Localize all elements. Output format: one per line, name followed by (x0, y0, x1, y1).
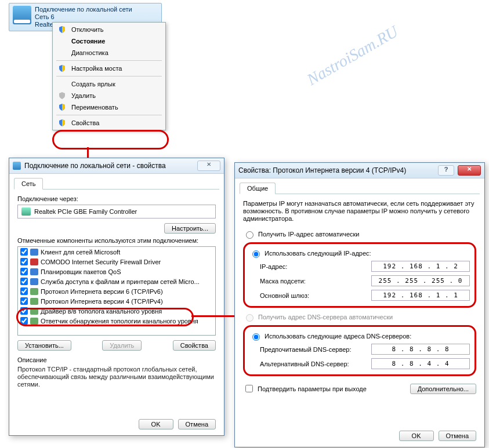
tcpip4-properties-dialog: Свойства: Протокол Интернета версии 4 (T… (234, 162, 485, 447)
tab-general[interactable]: Общие (240, 183, 276, 194)
ip-input[interactable]: 192 . 168 . 1 . 2 (371, 261, 470, 272)
list-item-tcpip4[interactable]: Протокол Интернета версии 4 (TCP/IPv4) (18, 296, 215, 306)
adapter-field[interactable]: Realtek PCIe GBE Family Controller (17, 205, 216, 218)
cancel-button[interactable]: Отмена (439, 431, 476, 441)
ctx-rename-label: Переименовать (71, 104, 118, 111)
components-label: Отмеченные компоненты используются этим … (17, 237, 216, 244)
description-title: Описание (17, 356, 216, 363)
properties-button[interactable]: Свойства (173, 340, 216, 351)
highlight-ring (52, 130, 169, 150)
checkbox[interactable] (20, 317, 28, 325)
network-icon (13, 162, 21, 170)
radio-label: Получить IP-адрес автоматически (258, 231, 359, 238)
radio-use-dns[interactable]: Использовать следующие адреса DNS-сервер… (249, 330, 470, 342)
close-button[interactable]: ✕ (197, 161, 220, 171)
radio[interactable] (252, 333, 260, 341)
separator (56, 115, 162, 115)
checkbox[interactable] (20, 287, 28, 295)
component-icon (30, 278, 38, 285)
list-item-label: Служба доступа к файлам и принтерам сете… (41, 278, 200, 285)
checkbox[interactable] (20, 278, 28, 285)
component-icon (30, 298, 38, 305)
list-item-label: Ответчик обнаружения топологии канальног… (41, 318, 198, 325)
ctx-diag-label: Диагностика (71, 49, 108, 56)
checkbox[interactable] (20, 248, 28, 256)
dns2-label: Альтернативный DNS-сервер: (260, 360, 349, 367)
shield-icon (59, 92, 66, 99)
list-item-label: Протокол Интернета версии 6 (TCP/IPv6) (41, 288, 163, 295)
list-item[interactable]: Клиент для сетей Microsoft (18, 247, 215, 257)
component-icon (30, 318, 38, 325)
network-tile-title: Подключение по локальной сети (35, 6, 137, 13)
ctx-disable[interactable]: Отключить (54, 24, 164, 35)
radio[interactable] (246, 231, 253, 239)
ctx-delete[interactable]: Удалить (54, 90, 164, 101)
dialog-titlebar: Свойства: Протокол Интернета версии 4 (T… (235, 163, 484, 179)
highlight-frame-ip: Использовать следующий IP-адрес: IP-адре… (243, 242, 476, 308)
dialog-title: Подключение по локальной сети - свойства (24, 162, 194, 170)
mask-input[interactable]: 255 . 255 . 255 . 0 (371, 275, 470, 286)
radio-label: Использовать следующий IP-адрес: (265, 250, 371, 257)
list-item[interactable]: COMODO Internet Security Firewall Driver (18, 257, 215, 267)
ok-button[interactable]: OK (399, 431, 434, 441)
list-item-label: Планировщик пакетов QoS (41, 268, 121, 275)
ctx-rename[interactable]: Переименовать (54, 101, 164, 113)
mask-label: Маска подсети: (260, 278, 306, 285)
separator (56, 76, 162, 77)
dns1-label: Предпочитаемый DNS-сервер: (260, 346, 351, 353)
radio-label: Использовать следующие адреса DNS-сервер… (265, 333, 411, 340)
radio[interactable] (252, 250, 260, 258)
shield-icon (59, 119, 66, 126)
gateway-input[interactable]: 192 . 168 . 1 . 1 (371, 290, 470, 301)
ctx-state[interactable]: Состояние (54, 35, 164, 47)
component-list[interactable]: Клиент для сетей Microsoft COMODO Intern… (17, 246, 216, 336)
validate-label: Подтвердить параметры при выходе (258, 385, 367, 392)
checkbox[interactable] (20, 307, 28, 315)
remove-button[interactable]: Удалить (102, 340, 142, 351)
ctx-shortcut[interactable]: Создать ярлык (54, 78, 164, 90)
radio-auto-dns: Получить адрес DNS-сервера автоматически (243, 311, 476, 323)
component-icon (30, 288, 38, 295)
description-text: Протокол TCP/IP - стандартный протокол г… (17, 366, 216, 388)
component-icon (30, 268, 38, 275)
dns2-input[interactable]: 8 . 8 . 4 . 4 (371, 358, 470, 369)
component-icon (30, 308, 38, 315)
dns1-input[interactable]: 8 . 8 . 8 . 8 (371, 344, 470, 355)
checkbox[interactable] (20, 297, 28, 305)
advanced-button[interactable]: Дополнительно... (410, 384, 476, 394)
tabstrip: Сеть (14, 177, 219, 190)
ip-label: IP-адрес: (260, 263, 287, 270)
intro-text: Параметры IP могут назначаться автоматич… (243, 200, 476, 223)
help-button[interactable]: ? (438, 165, 454, 176)
cancel-button[interactable]: Отмена (178, 419, 216, 429)
list-item[interactable]: Протокол Интернета версии 6 (TCP/IPv6) (18, 286, 215, 296)
ctx-bridge[interactable]: Настройка моста (54, 63, 164, 74)
list-item[interactable]: Служба доступа к файлам и принтерам сете… (18, 276, 215, 286)
connect-using-label: Подключение через: (17, 195, 216, 202)
adapter-name: Realtek PCIe GBE Family Controller (34, 208, 137, 215)
checkbox[interactable] (20, 268, 28, 275)
highlight-frame-dns: Использовать следующие адреса DNS-сервер… (243, 325, 476, 376)
list-item[interactable]: Планировщик пакетов QoS (18, 267, 215, 276)
checkbox[interactable] (20, 258, 28, 265)
ctx-diag[interactable]: Диагностика (54, 47, 164, 59)
list-item[interactable]: Ответчик обнаружения топологии канальног… (18, 316, 215, 326)
dialog-titlebar: Подключение по локальной сети - свойства… (9, 158, 224, 174)
ok-button[interactable]: OK (139, 419, 173, 429)
configure-button[interactable]: Настроить... (164, 223, 216, 234)
properties-dialog: Подключение по локальной сети - свойства… (9, 158, 224, 436)
list-item[interactable]: Драйвер в/в тополога канального уровня (18, 306, 215, 316)
install-button[interactable]: Установить... (17, 340, 71, 351)
ctx-state-label: Состояние (71, 38, 105, 45)
close-button[interactable]: ✕ (458, 165, 481, 176)
tab-network[interactable]: Сеть (14, 178, 43, 190)
list-item-label: Драйвер в/в тополога канального уровня (41, 308, 162, 315)
context-menu: Отключить Состояние Диагностика Настройк… (52, 22, 166, 130)
component-icon (30, 249, 38, 256)
ctx-properties[interactable]: Свойства (54, 117, 164, 129)
list-item-label: Клиент для сетей Microsoft (41, 249, 120, 256)
validate-checkbox[interactable] (245, 385, 253, 392)
ctx-disable-label: Отключить (71, 26, 104, 33)
radio-auto-ip[interactable]: Получить IP-адрес автоматически (243, 228, 476, 240)
radio-use-ip[interactable]: Использовать следующий IP-адрес: (249, 247, 470, 259)
